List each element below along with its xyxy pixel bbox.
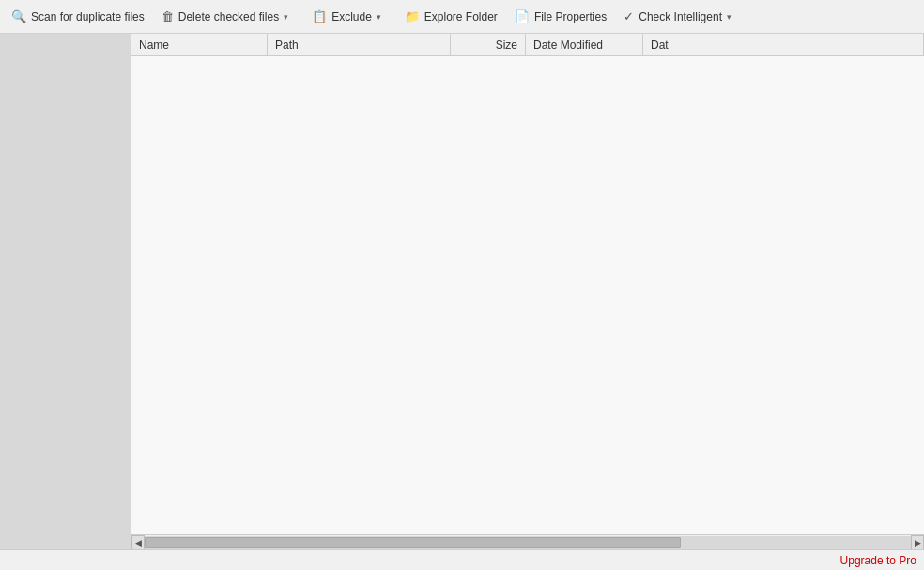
check-intelligent-icon: ✓	[624, 9, 634, 23]
explore-label: Explore Folder	[424, 10, 498, 23]
col-header-size[interactable]: Size	[451, 34, 526, 55]
toolbar: 🔍 Scan for duplicate files 🗑 Delete chec…	[0, 0, 924, 34]
exclude-label: Exclude	[331, 10, 372, 23]
col-header-name[interactable]: Name	[131, 34, 268, 55]
table-header: Name Path Size Date Modified Dat	[131, 34, 924, 56]
col-header-date-modified[interactable]: Date Modified	[526, 34, 643, 55]
exclude-dropdown-arrow: ▾	[377, 12, 381, 22]
status-bar: Upgrade to Pro	[0, 549, 924, 570]
sidebar	[0, 34, 131, 549]
scan-icon: 🔍	[11, 9, 26, 23]
delete-button[interactable]: 🗑 Delete checked files ▾	[154, 6, 296, 27]
delete-label: Delete checked files	[178, 10, 279, 23]
scan-button[interactable]: 🔍 Scan for duplicate files	[4, 6, 152, 27]
table-body	[131, 56, 924, 534]
main-content: Name Path Size Date Modified Dat ◀ ▶	[0, 34, 924, 549]
explore-folder-button[interactable]: 📁 Explore Folder	[397, 6, 505, 27]
upgrade-to-pro-link[interactable]: Upgrade to Pro	[840, 554, 916, 567]
scan-label: Scan for duplicate files	[31, 10, 145, 23]
check-intelligent-label: Check Intelligent	[639, 10, 722, 23]
check-intelligent-dropdown-arrow: ▾	[727, 12, 732, 22]
scroll-thumb[interactable]	[145, 537, 681, 548]
col-header-date[interactable]: Dat	[643, 34, 924, 55]
delete-icon: 🗑	[162, 9, 174, 23]
scroll-left-arrow[interactable]: ◀	[131, 535, 145, 550]
exclude-button[interactable]: 📋 Exclude ▾	[304, 6, 389, 27]
check-intelligent-button[interactable]: ✓ Check Intelligent ▾	[616, 6, 739, 27]
file-properties-label: File Properties	[534, 10, 607, 23]
bottom-scrollbar: ◀ ▶	[131, 534, 924, 549]
explore-icon: 📁	[405, 9, 420, 23]
file-properties-button[interactable]: 📄 File Properties	[507, 6, 614, 27]
scroll-right-arrow[interactable]: ▶	[911, 535, 924, 550]
file-properties-icon: 📄	[515, 9, 530, 23]
delete-dropdown-arrow: ▾	[284, 12, 288, 22]
separator-2	[393, 8, 393, 26]
exclude-icon: 📋	[312, 9, 327, 23]
col-header-path[interactable]: Path	[268, 34, 451, 55]
file-list-wrapper: Name Path Size Date Modified Dat ◀ ▶	[131, 34, 924, 549]
separator-1	[300, 8, 300, 26]
scroll-track[interactable]	[145, 536, 911, 549]
